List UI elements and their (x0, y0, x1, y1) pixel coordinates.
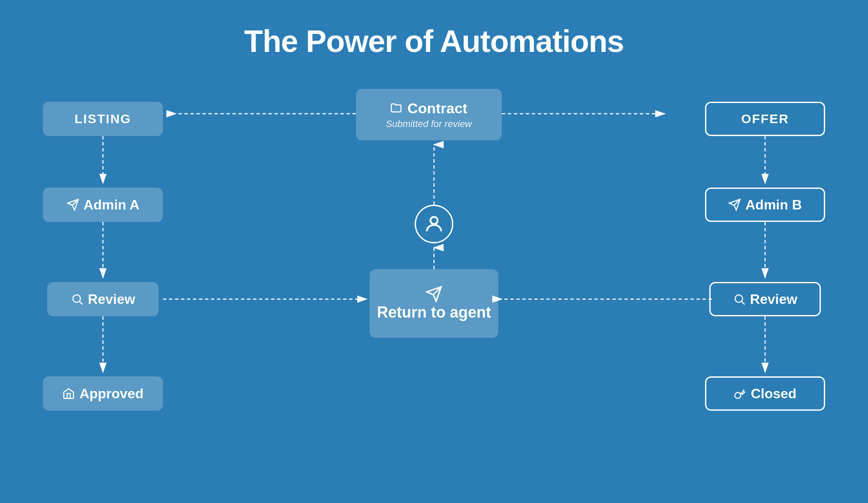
contract-node: Contract Submitted for review (356, 89, 502, 140)
svg-line-21 (79, 302, 82, 305)
closed-label: Closed (751, 386, 797, 402)
return-label: Return to agent (377, 303, 491, 321)
contract-label: Contract (407, 100, 467, 117)
return-to-agent-node: Return to agent (370, 269, 498, 338)
person-circle (415, 205, 453, 243)
contract-title-row: Contract (390, 100, 467, 117)
review-left-label: Review (88, 291, 135, 307)
key-icon (734, 387, 747, 400)
search-icon-left (71, 293, 84, 306)
listing-label: LISTING (75, 112, 131, 126)
admin-a-label: Admin A (84, 197, 139, 213)
diagram: LISTING Contract Submitted for review OF… (0, 85, 868, 503)
review-right-label: Review (750, 291, 797, 307)
send-icon-admin-b (728, 198, 741, 211)
review-right-node: Review (709, 282, 821, 316)
home-icon (62, 387, 75, 400)
offer-label: OFFER (741, 112, 789, 126)
folder-icon (390, 102, 403, 115)
svg-point-15 (431, 217, 438, 224)
approved-label: Approved (79, 386, 143, 402)
offer-node: OFFER (705, 102, 825, 136)
svg-point-22 (735, 295, 743, 303)
approved-node: Approved (43, 376, 163, 411)
send-icon-admin-a (66, 198, 79, 211)
send-icon-return (425, 285, 443, 303)
closed-node: Closed (705, 376, 825, 411)
person-icon (423, 213, 445, 235)
svg-point-20 (73, 295, 81, 303)
admin-b-node: Admin B (705, 188, 825, 222)
listing-node: LISTING (43, 102, 163, 136)
review-left-node: Review (47, 282, 159, 316)
svg-line-27 (739, 393, 741, 394)
search-icon-right (733, 293, 746, 306)
svg-line-23 (741, 302, 744, 305)
contract-subtitle: Submitted for review (386, 118, 472, 130)
page-title: The Power of Automations (0, 0, 868, 85)
admin-a-node: Admin A (43, 188, 163, 222)
admin-b-label: Admin B (745, 197, 802, 213)
